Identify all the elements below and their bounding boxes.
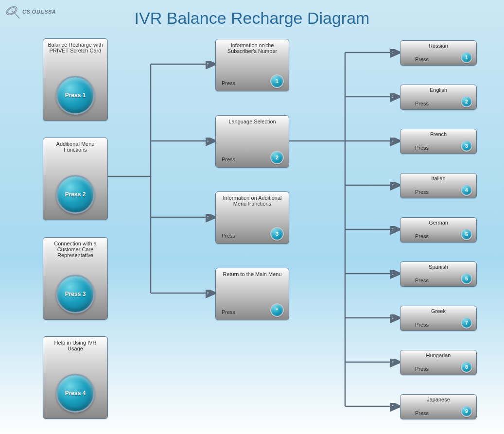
lang-japanese: Japanese Press 9 [400, 394, 477, 419]
press-label: Press [415, 101, 429, 106]
press-label: Press [222, 233, 235, 239]
press-label: Press [415, 366, 429, 372]
lang-press-2-button[interactable]: 2 [461, 96, 472, 107]
lang-press-6-button[interactable]: 6 [461, 273, 472, 284]
press-2-button[interactable]: Press 2 [56, 175, 95, 214]
sub-label: Language Selection [216, 116, 289, 124]
sub-press-star-button[interactable]: * [270, 303, 284, 317]
page-title: IVR Balance Recharge Diagram [0, 9, 504, 28]
main-balance-recharge: Balance Recharge with PRIVET Scretch Car… [43, 38, 108, 121]
sub-label: Information on Additional Menu Functions [216, 192, 289, 207]
lang-french: French Press 3 [400, 129, 477, 154]
sub-return-main: Return to the Main Menu Press * [215, 268, 289, 320]
sub-additional-info: Information on Additional Menu Functions… [215, 191, 289, 244]
press-label: Press [222, 80, 235, 86]
lang-label: Russian [400, 41, 476, 49]
sub-press-1-button[interactable]: 1 [270, 74, 284, 88]
sub-subscriber-info: Information on the Subscriber's Number P… [215, 39, 289, 91]
sub-label: Information on the Subscriber's Number [216, 39, 289, 54]
lang-press-3-button[interactable]: 3 [461, 140, 472, 152]
lang-german: German Press 5 [400, 217, 477, 243]
main-label: Balance Recharge with PRIVET Scretch Car… [43, 39, 107, 53]
main-additional-menu: Additional Menu Functions Press 2 [43, 138, 108, 220]
lang-label: French [400, 129, 476, 137]
press-label: Press [415, 322, 429, 328]
lang-press-1-button[interactable]: 1 [461, 52, 472, 63]
press-4-button[interactable]: Press 4 [56, 374, 95, 413]
main-label: Help in Using IVR Usage [43, 337, 107, 351]
lang-label: Greek [400, 306, 476, 314]
press-label: Press [415, 56, 429, 62]
main-customer-care: Connection with a Customer Care Represen… [43, 237, 108, 320]
press-label: Press [415, 233, 429, 239]
press-label: Press [415, 189, 429, 195]
lang-press-9-button[interactable]: 9 [461, 405, 472, 417]
lang-russian: Russian Press 1 [400, 40, 477, 66]
sub-language-selection: Language Selection Press 2 [215, 115, 289, 168]
lang-press-7-button[interactable]: 7 [461, 317, 472, 329]
lang-press-8-button[interactable]: 8 [461, 361, 472, 373]
press-label: Press [222, 156, 235, 162]
lang-label: Hungarian [400, 350, 476, 358]
sub-press-2-button[interactable]: 2 [270, 151, 284, 164]
lang-label: Japanese [400, 395, 476, 402]
press-1-button[interactable]: Press 1 [56, 76, 95, 115]
lang-label: English [400, 85, 476, 93]
sub-label: Return to the Main Menu [216, 268, 289, 277]
main-label: Additional Menu Functions [43, 138, 107, 153]
press-label: Press [415, 410, 429, 416]
sub-press-3-button[interactable]: 3 [270, 227, 284, 241]
lang-english: English Press 2 [400, 85, 477, 110]
lang-label: German [400, 218, 476, 226]
lang-italian: Italian Press 4 [400, 173, 477, 198]
main-help-ivr: Help in Using IVR Usage Press 4 [43, 336, 108, 419]
main-label: Connection with a Customer Care Represen… [43, 238, 107, 258]
lang-press-4-button[interactable]: 4 [461, 184, 472, 196]
lang-label: Spanish [400, 262, 476, 270]
lang-hungarian: Hungarian Press 8 [400, 350, 477, 375]
lang-press-5-button[interactable]: 5 [461, 228, 472, 240]
lang-spanish: Spanish Press 6 [400, 261, 477, 287]
press-label: Press [415, 278, 429, 283]
lang-label: Italian [400, 174, 476, 181]
press-label: Press [415, 145, 429, 151]
lang-greek: Greek Press 7 [400, 306, 477, 331]
press-3-button[interactable]: Press 3 [56, 275, 95, 313]
press-label: Press [222, 309, 235, 315]
